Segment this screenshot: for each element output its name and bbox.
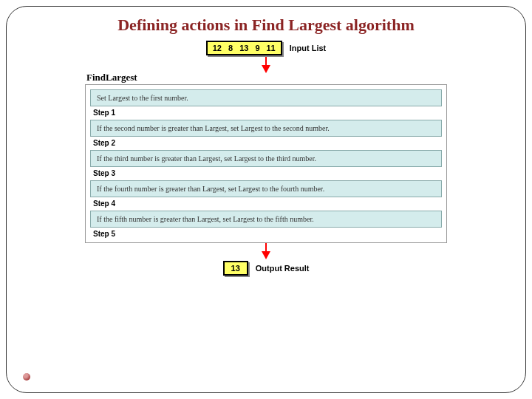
step-action-1: Set Largest to the first number. <box>90 89 442 106</box>
output-row: 13 Output Result <box>85 261 447 276</box>
input-value-3: 9 <box>255 44 259 52</box>
svg-marker-3 <box>262 251 270 259</box>
slide-title: Defining actions in Find Largest algorit… <box>20 16 512 35</box>
arrow-down-icon <box>261 57 271 73</box>
step-label-1: Step 1 <box>93 109 442 117</box>
input-value-0: 12 <box>213 44 222 52</box>
step-label-4: Step 4 <box>93 200 442 208</box>
step-action-4: If the fourth number is greater than Lar… <box>90 180 442 197</box>
input-value-2: 13 <box>239 44 248 52</box>
step-action-3: If the third number is greater than Larg… <box>90 150 442 167</box>
diagram-container: 12 8 13 9 11 Input List FindLargest Set … <box>85 41 447 276</box>
step-action-2: If the second number is greater than Lar… <box>90 120 442 137</box>
step-label-2: Step 2 <box>93 139 442 147</box>
step-action-5: If the fifth number is greater than Larg… <box>90 211 442 228</box>
input-value-4: 11 <box>267 44 276 52</box>
arrow-down-icon <box>261 243 271 259</box>
steps-box: Set Largest to the first number. Step 1 … <box>85 84 447 243</box>
step-label-3: Step 3 <box>93 169 442 177</box>
input-list-box: 12 8 13 9 11 <box>206 41 282 55</box>
algorithm-name: FindLargest <box>86 72 447 83</box>
output-label: Output Result <box>256 264 310 273</box>
output-box: 13 <box>223 261 248 276</box>
input-value-1: 8 <box>228 44 233 52</box>
slide-frame: Defining actions in Find Largest algorit… <box>6 6 526 393</box>
decorative-dot-icon <box>23 373 30 381</box>
step-label-5: Step 5 <box>93 230 442 238</box>
input-label: Input List <box>290 44 327 52</box>
input-row: 12 8 13 9 11 Input List <box>85 41 447 55</box>
